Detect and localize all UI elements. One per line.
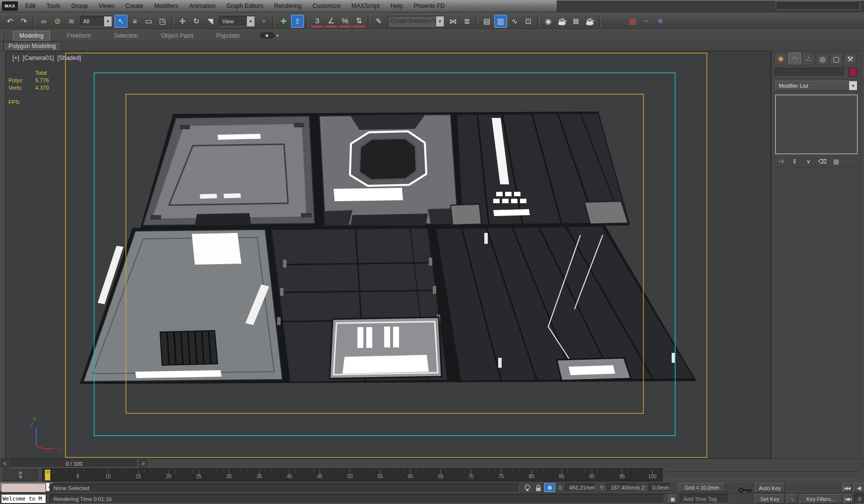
menu-phoenix-fd[interactable]: Phoenix FD <box>408 0 450 12</box>
go-to-start-button[interactable]: |◀◀ <box>842 483 852 493</box>
schematic-view-icon[interactable]: ⊡ <box>522 15 535 28</box>
macro-recorder-pane[interactable] <box>1 483 46 493</box>
rendered-frame-window-icon[interactable]: ⊠ <box>570 15 582 28</box>
previous-frame-playback-button[interactable]: ◀|| <box>853 483 864 493</box>
configure-modifier-sets-button[interactable]: ▤ <box>831 157 842 166</box>
modify-tab[interactable]: ◠ <box>788 53 801 64</box>
select-by-name-icon[interactable]: ≡ <box>128 15 141 28</box>
selection-lock-icon[interactable] <box>535 484 542 492</box>
select-and-move-icon[interactable]: ✛ <box>176 15 189 28</box>
utilities-tab[interactable]: ⚒ <box>844 53 857 64</box>
key-mode-toggle[interactable]: |◀▶| <box>844 494 853 504</box>
menu-modifiers[interactable]: Modifiers <box>149 0 184 12</box>
ribbon-tab-freeform[interactable]: Freeform <box>61 31 97 40</box>
unlink-selection-icon[interactable]: ⊘ <box>51 15 64 28</box>
keyboard-shortcut-override-icon[interactable]: ⇧ <box>291 15 304 28</box>
viewport-canvas[interactable]: Y Z X <box>5 52 770 458</box>
window-crossing-icon[interactable]: ◳ <box>156 15 169 28</box>
ribbon-tab-object-paint[interactable]: Object Paint <box>155 31 199 40</box>
menu-animation[interactable]: Animation <box>184 0 221 12</box>
toggle-scene-explorer-icon[interactable]: ▥ <box>494 15 507 28</box>
object-color-swatch[interactable] <box>849 68 858 77</box>
make-unique-button[interactable]: ⋎ <box>803 157 814 166</box>
ribbon-tab-modeling[interactable]: Modeling <box>13 31 50 41</box>
open-mini-curve-editor-button[interactable]: ⊟ ⇅ <box>3 469 38 481</box>
default-tangents-icon[interactable]: ∿ <box>787 494 798 504</box>
show-end-result-button[interactable]: ‖ <box>789 157 800 166</box>
current-frame-field[interactable]: 0 <box>854 494 864 504</box>
chevron-down-icon[interactable]: ▾ <box>277 33 279 38</box>
use-center-flyout-icon[interactable]: ⌖ <box>257 15 270 28</box>
remove-modifier-button[interactable]: ⌫ <box>817 157 828 166</box>
manage-layers-icon[interactable]: ▤ <box>480 15 493 28</box>
menu-help[interactable]: Help <box>385 0 408 12</box>
add-time-tag-field[interactable]: Add Time Tag <box>680 494 729 504</box>
x-coordinate-field[interactable]: 493,21mm <box>565 483 596 492</box>
menu-customize[interactable]: Customize <box>307 0 346 12</box>
hierarchy-tab[interactable]: ∴ <box>802 53 815 64</box>
ribbon-display-toggle-icon[interactable]: ◉ <box>260 32 275 39</box>
render-setup-icon[interactable]: ☕ <box>556 15 569 28</box>
isolate-selection-icon[interactable] <box>524 484 531 492</box>
viewport[interactable]: Y Z X [+] [Camera01] [Shaded] Total Poly… <box>5 51 771 458</box>
set-key-button[interactable]: Set Key <box>755 494 785 504</box>
auto-key-button[interactable]: Auto Key <box>755 483 785 493</box>
application-menu-button[interactable]: MAX <box>1 1 18 11</box>
select-and-scale-icon[interactable]: ◥ <box>204 15 217 28</box>
select-object-icon[interactable]: ↖ <box>115 15 127 28</box>
menu-graph-editors[interactable]: Graph Editors <box>221 0 269 12</box>
material-editor-icon[interactable]: ◉ <box>542 15 555 28</box>
select-and-rotate-icon[interactable]: ↻ <box>190 15 203 28</box>
z-coordinate-field[interactable]: 0,0mm <box>648 483 671 492</box>
timeline-ruler[interactable]: 0 51015202530354045505560657075808590951… <box>42 468 663 482</box>
mirror-icon[interactable]: ⋈ <box>447 15 460 28</box>
key-filters-button[interactable]: Key Filters... <box>800 494 842 504</box>
menu-rendering[interactable]: Rendering <box>269 0 307 12</box>
ribbon-grip[interactable] <box>1 31 4 39</box>
menu-edit[interactable]: Edit <box>20 0 41 12</box>
named-selection-sets-dropdown[interactable]: Create Selection Se▾ <box>388 16 444 27</box>
absolute-offset-mode-button[interactable]: ⊗ <box>544 483 555 492</box>
render-production-icon[interactable]: ☕ <box>583 15 596 28</box>
time-slider[interactable]: 0 / 100 <box>10 459 138 468</box>
snaps-toggle-icon[interactable]: 3 <box>311 15 324 27</box>
rectangular-selection-region-icon[interactable]: ▭ <box>142 15 155 28</box>
object-name-field[interactable] <box>775 68 846 77</box>
modifier-stack-list[interactable] <box>775 95 858 154</box>
timeline-current-frame-marker[interactable]: 0 <box>45 469 51 481</box>
menu-create[interactable]: Create <box>120 0 149 12</box>
edit-named-selection-sets-icon[interactable]: ✎ <box>372 15 385 28</box>
viewport-general-menu[interactable]: [+] <box>12 55 19 61</box>
create-tab[interactable]: ✱ <box>774 53 787 64</box>
phoenix-grid-icon[interactable]: ▦ <box>626 15 639 28</box>
phoenix-ruler-icon[interactable]: ┄ <box>640 15 653 28</box>
angle-snap-icon[interactable]: ∠ <box>325 15 338 27</box>
select-and-manipulate-icon[interactable]: ✚ <box>277 15 290 28</box>
maxscript-mini-listener[interactable]: Welcome to M <box>1 494 46 504</box>
percent-snap-icon[interactable]: % <box>339 15 351 27</box>
menu-group[interactable]: Group <box>66 0 93 12</box>
align-icon[interactable]: ≣ <box>461 15 473 28</box>
ribbon-tab-populate[interactable]: Populate <box>210 31 245 40</box>
ribbon-grip2[interactable] <box>1 42 4 50</box>
y-coordinate-field[interactable]: 187,406mm <box>607 483 637 492</box>
reference-coordinate-system-dropdown[interactable]: View▾ <box>219 16 255 27</box>
previous-frame-button[interactable]: < <box>1 459 9 468</box>
viewport-shading-menu[interactable]: [Shaded] <box>57 55 81 61</box>
display-tab[interactable]: ▢ <box>830 53 843 64</box>
motion-tab[interactable]: ◎ <box>816 53 829 64</box>
menu-views[interactable]: Views <box>93 0 120 12</box>
pin-stack-button[interactable]: ⊣ <box>775 157 786 166</box>
selection-filter-dropdown[interactable]: All▾ <box>80 16 112 27</box>
curve-editor-icon[interactable]: ∿ <box>508 15 521 28</box>
bind-to-space-warp-icon[interactable]: ≋ <box>65 15 78 28</box>
polygon-modeling-panel-tab[interactable]: Polygon Modeling <box>3 42 61 51</box>
select-and-link-icon[interactable]: ∞ <box>37 15 50 28</box>
menu-maxscript[interactable]: MAXScript <box>346 0 385 12</box>
phoenix-particles-icon[interactable]: ✳ <box>654 15 667 28</box>
undo-icon[interactable]: ↶ <box>3 15 16 28</box>
menu-tools[interactable]: Tools <box>41 0 66 12</box>
viewport-pov-menu[interactable]: [Camera01] <box>23 55 54 61</box>
spinner-snap-icon[interactable]: ⇅ <box>352 15 365 27</box>
next-frame-button[interactable]: > <box>139 459 147 468</box>
